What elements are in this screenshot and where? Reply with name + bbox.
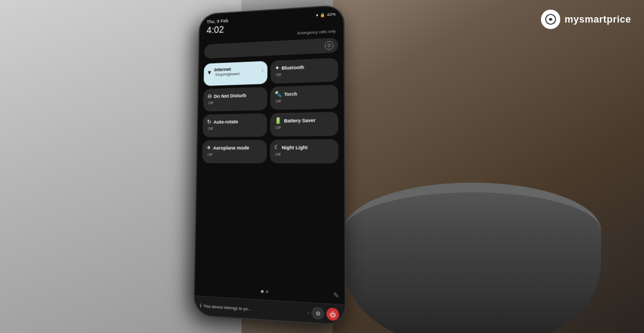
logo-area: mysmartprice [541, 10, 631, 29]
tiles-row-2: ⊖ Do Not Disturb Off 🔦 Torch Off [203, 85, 339, 112]
bluetooth-status: Off [275, 70, 334, 77]
internet-ssid: 91springboard [214, 71, 258, 77]
info-icon: ℹ [200, 303, 201, 308]
auto-rotate-status: Off [207, 126, 262, 131]
aeroplane-status: Off [207, 152, 263, 157]
battery-saver-status: Off [274, 125, 334, 131]
internet-info: Internet 91springboard [214, 66, 258, 77]
logo-icon [541, 10, 560, 29]
power-icon: ⏻ [330, 311, 336, 318]
internet-tile[interactable]: ▾ Internet 91springboard › [203, 61, 267, 86]
aeroplane-tile[interactable]: ✈ Aeroplane mode Off [202, 140, 267, 163]
phone-screen: Thu, 9 Feb ▾ 🔒 42% 4:02 Emergency calls … [194, 5, 345, 325]
torch-tile[interactable]: 🔦 Torch Off [270, 85, 339, 110]
auto-rotate-header: ↻ Auto-rotate [207, 118, 263, 125]
bluetooth-label: Bluetooth [282, 64, 304, 70]
tiles-row-3: ↻ Auto-rotate Off 🔋 Battery Saver Off [203, 112, 339, 137]
battery-saver-header: 🔋 Battery Saver [274, 116, 334, 124]
device-power-button[interactable]: ⏻ [326, 307, 339, 321]
phone-body: Thu, 9 Feb ▾ 🔒 42% 4:02 Emergency calls … [193, 4, 346, 326]
dot-1 [261, 289, 264, 292]
aeroplane-header: ✈ Aeroplane mode [207, 144, 263, 151]
aeroplane-label: Aeroplane mode [213, 145, 250, 150]
phone-wrapper: Thu, 9 Feb ▾ 🔒 42% 4:02 Emergency calls … [193, 4, 346, 326]
status-right: ▾ 🔒 42% [316, 12, 336, 18]
edit-icon[interactable]: ✎ [333, 291, 339, 300]
battery-percent: 42% [327, 12, 335, 17]
torch-icon: 🔦 [275, 91, 282, 98]
auto-rotate-label: Auto-rotate [214, 119, 238, 124]
page-dots [200, 286, 333, 296]
wifi-tile-icon: ▾ [208, 68, 211, 76]
status-date: Thu, 9 Feb [207, 18, 228, 25]
device-settings-button[interactable]: ⚙ [312, 307, 324, 320]
internet-chevron-icon: › [261, 67, 263, 73]
tiles-area: ▾ Internet 91springboard › ✦ Bluetooth [195, 54, 345, 288]
night-light-icon: ☾ [274, 144, 280, 151]
device-arrow-icon: › [308, 310, 310, 315]
bluetooth-icon: ✦ [275, 64, 280, 71]
torch-label: Torch [284, 91, 297, 97]
torch-status: Off [275, 97, 334, 104]
wifi-icon: ▾ [316, 13, 318, 18]
battery-saver-label: Battery Saver [284, 118, 316, 124]
internet-tile-inner: ▾ Internet 91springboard › [208, 66, 264, 77]
torch-header: 🔦 Torch [275, 89, 334, 98]
night-light-label: Night Light [282, 144, 308, 150]
logo-text: mysmartprice [565, 14, 631, 25]
bluetooth-tile[interactable]: ✦ Bluetooth Off [270, 58, 338, 84]
dnd-header: ⊖ Do Not Disturb [207, 91, 263, 100]
dnd-icon: ⊖ [207, 93, 212, 100]
battery-saver-tile[interactable]: 🔋 Battery Saver Off [270, 112, 338, 136]
night-light-header: ☾ Night Light [274, 143, 334, 151]
device-belongs-text: This device belongs to yo... [203, 303, 306, 315]
signal-icon: 🔒 [320, 12, 325, 17]
auto-rotate-tile[interactable]: ↻ Auto-rotate Off [203, 113, 267, 137]
battery-saver-icon: 🔋 [274, 117, 282, 124]
tiles-row-1: ▾ Internet 91springboard › ✦ Bluetooth [203, 58, 338, 86]
settings-gear-icon[interactable]: ⚙ [325, 41, 333, 50]
aeroplane-icon: ✈ [207, 144, 211, 151]
night-light-tile[interactable]: ☾ Night Light Off [270, 139, 339, 163]
dnd-tile[interactable]: ⊖ Do Not Disturb Off [203, 87, 268, 112]
dot-2 [266, 290, 268, 293]
settings-icon: ⚙ [315, 310, 320, 316]
plant-pot [343, 183, 601, 333]
dnd-status: Off [207, 99, 263, 105]
auto-rotate-icon: ↻ [207, 119, 212, 126]
dnd-label: Do Not Disturb [214, 92, 246, 98]
tiles-row-4: ✈ Aeroplane mode Off ☾ Night Light Off [202, 139, 339, 163]
night-light-status: Off [274, 152, 334, 157]
